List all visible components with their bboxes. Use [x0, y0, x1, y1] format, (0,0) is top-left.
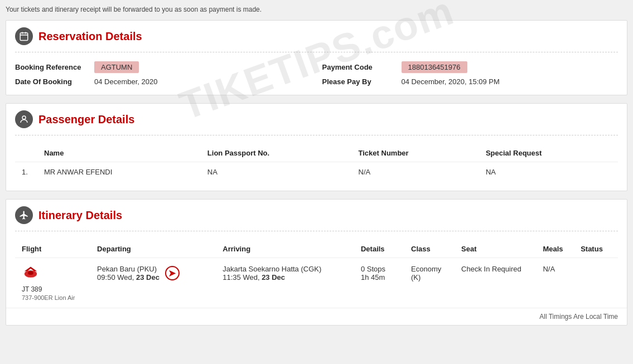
- svg-rect-0: [20, 33, 28, 41]
- payment-code-value: 1880136451976: [402, 61, 467, 73]
- passenger-icon: [15, 110, 33, 128]
- col-number: [15, 144, 37, 162]
- passenger-number: 1.: [15, 162, 37, 182]
- itinerary-flight: JT 389 737-900ER Lion Air: [15, 258, 90, 308]
- local-time-note: All Timings Are Local Time: [6, 308, 627, 325]
- itinerary-table: Flight Departing Arriving Details Class …: [15, 240, 618, 308]
- departing-text: Pekan Baru (PKU) 09:50 Wed, 23 Dec: [97, 265, 160, 282]
- departing-info: Pekan Baru (PKU) 09:50 Wed, 23 Dec ➤: [97, 265, 209, 282]
- reservation-title: Reservation Details: [38, 30, 142, 43]
- col-arriving: Arriving: [216, 240, 354, 258]
- date-of-booking-label: Date Of Booking: [15, 77, 88, 86]
- itinerary-section: Itinerary Details Flight Departing Arriv…: [6, 199, 627, 326]
- table-row: JT 389 737-900ER Lion Air Pekan Baru (PK…: [15, 258, 618, 308]
- passenger-passport: NA: [201, 162, 352, 182]
- itinerary-tbody: JT 389 737-900ER Lion Air Pekan Baru (PK…: [15, 258, 618, 308]
- flight-info: JT 389 737-900ER Lion Air: [22, 265, 84, 301]
- please-pay-by-value: 04 December, 2020, 15:09 PM: [402, 77, 500, 86]
- itinerary-meals: N/A: [536, 258, 574, 308]
- svg-point-4: [22, 116, 26, 119]
- departing-time: 09:50 Wed, 23 Dec: [97, 273, 160, 282]
- arriving-airport: Jakarta Soekarno Hatta (CGK): [223, 265, 347, 273]
- itinerary-seat: Check In Required: [455, 258, 536, 308]
- reservation-section: TIKETIPS.com Reservation Details Booking…: [6, 20, 627, 95]
- reservation-body: Booking Reference AGTUMN Payment Code 18…: [6, 52, 627, 95]
- passenger-title: Passenger Details: [38, 113, 134, 126]
- col-seat: Seat: [455, 240, 536, 258]
- col-details: Details: [354, 240, 404, 258]
- passenger-body: Name Lion Passport No. Ticket Number Spe…: [6, 135, 627, 191]
- itinerary-title: Itinerary Details: [38, 209, 122, 222]
- please-pay-by-row: Please Pay By 04 December, 2020, 15:09 P…: [322, 77, 618, 86]
- passenger-tbody: 1. MR ANWAR EFENDI NA N/A NA: [15, 162, 618, 182]
- col-ticket: Ticket Number: [352, 144, 479, 162]
- itinerary-thead: Flight Departing Arriving Details Class …: [15, 240, 618, 258]
- col-special: Special Request: [479, 144, 618, 162]
- payment-code-row: Payment Code 1880136451976: [322, 61, 618, 73]
- stops-text: 0 Stops: [361, 265, 398, 273]
- col-status: Status: [574, 240, 618, 258]
- col-departing: Departing: [90, 240, 216, 258]
- please-pay-by-label: Please Pay By: [322, 77, 395, 86]
- itinerary-details: 0 Stops 1h 45m: [354, 258, 404, 308]
- col-class: Class: [404, 240, 455, 258]
- passenger-header-row: Name Lion Passport No. Ticket Number Spe…: [15, 144, 618, 162]
- svg-point-7: [28, 271, 33, 275]
- payment-code-label: Payment Code: [322, 63, 395, 71]
- itinerary-departing: Pekan Baru (PKU) 09:50 Wed, 23 Dec ➤: [90, 258, 216, 308]
- passenger-header: Passenger Details: [6, 104, 627, 135]
- flight-logo: [22, 265, 84, 283]
- notice-text: Your tickets and itinerary receipt will …: [6, 6, 627, 13]
- booking-reference-value: AGTUMN: [94, 61, 139, 73]
- itinerary-header: Itinerary Details: [6, 200, 627, 231]
- reservation-header: Reservation Details: [6, 21, 627, 52]
- booking-reference-row: Booking Reference AGTUMN: [15, 61, 311, 73]
- passenger-table: Name Lion Passport No. Ticket Number Spe…: [15, 144, 618, 182]
- flight-aircraft: 737-900ER Lion Air: [22, 294, 84, 301]
- col-name: Name: [37, 144, 201, 162]
- duration-text: 1h 45m: [361, 273, 398, 282]
- arriving-time: 11:35 Wed, 23 Dec: [223, 273, 347, 282]
- date-of-booking-value: 04 December, 2020: [94, 77, 157, 86]
- flight-number: JT 389: [22, 285, 84, 293]
- itinerary-status: [574, 258, 618, 308]
- table-row: 1. MR ANWAR EFENDI NA N/A NA: [15, 162, 618, 182]
- passenger-thead: Name Lion Passport No. Ticket Number Spe…: [15, 144, 618, 162]
- col-meals: Meals: [536, 240, 574, 258]
- date-of-booking-row: Date Of Booking 04 December, 2020: [15, 77, 311, 86]
- itinerary-body: Flight Departing Arriving Details Class …: [6, 231, 627, 308]
- itinerary-class: Economy (K): [404, 258, 455, 308]
- flight-arrow-icon: ➤: [165, 266, 180, 280]
- passenger-name: MR ANWAR EFENDI: [37, 162, 201, 182]
- reservation-icon: [15, 27, 33, 45]
- itinerary-header-row: Flight Departing Arriving Details Class …: [15, 240, 618, 258]
- itinerary-icon: [15, 206, 33, 224]
- reservation-grid: Booking Reference AGTUMN Payment Code 18…: [15, 61, 618, 86]
- booking-reference-label: Booking Reference: [15, 63, 88, 71]
- col-passport: Lion Passport No.: [201, 144, 352, 162]
- passenger-special: NA: [479, 162, 618, 182]
- col-flight: Flight: [15, 240, 90, 258]
- departing-airport: Pekan Baru (PKU): [97, 265, 160, 273]
- itinerary-arriving: Jakarta Soekarno Hatta (CGK) 11:35 Wed, …: [216, 258, 354, 308]
- passenger-ticket: N/A: [352, 162, 479, 182]
- passenger-section: Passenger Details Name Lion Passport No.…: [6, 103, 627, 191]
